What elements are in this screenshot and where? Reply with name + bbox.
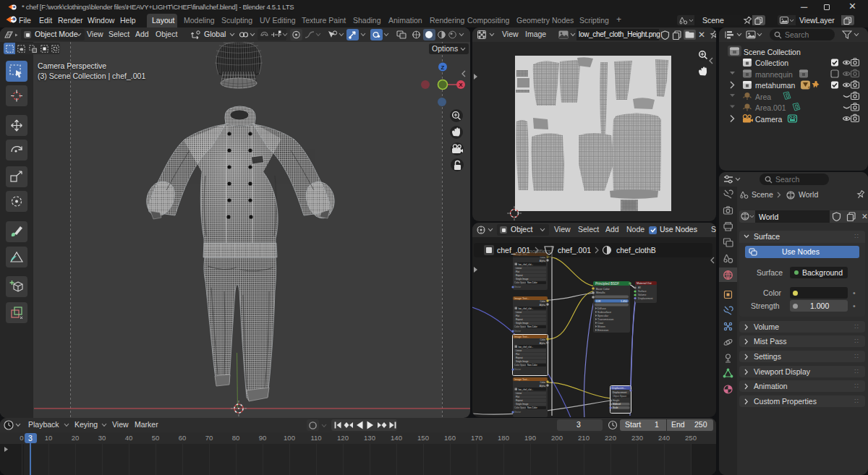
svg-text:0: 0 (20, 434, 23, 442)
svg-text:Repeat: Repeat (516, 318, 523, 321)
svg-text:Color Space: Color Space (514, 281, 527, 284)
svg-text:90: 90 (259, 434, 267, 442)
svg-text:Collection: Collection (755, 59, 788, 67)
svg-text:20: 20 (72, 434, 80, 442)
svg-text:Metallic: Metallic (596, 291, 605, 294)
svg-text:Alpha: Alpha (540, 304, 545, 307)
svg-text:Transmission: Transmission (597, 318, 613, 321)
svg-text:40: 40 (125, 434, 133, 442)
svg-text:Linear: Linear (516, 267, 522, 270)
svg-text:Linear: Linear (516, 311, 522, 314)
svg-text:Vector: Vector (514, 368, 522, 371)
svg-text:Volume: Volume (638, 294, 646, 296)
svg-text:Flat: Flat (516, 314, 519, 317)
svg-text:10: 10 (45, 434, 53, 442)
svg-text:Height: Height (613, 399, 619, 402)
svg-text:low_chef_clot...: low_chef_clot... (519, 346, 534, 348)
svg-text:Repeat: Repeat (516, 356, 523, 359)
svg-text:Vector: Vector (514, 330, 522, 333)
svg-text:Single Image: Single Image (516, 403, 529, 406)
svg-text:Color: Color (540, 338, 546, 341)
svg-text:Emission: Emission (597, 329, 608, 332)
svg-text:190: 190 (524, 434, 536, 442)
svg-text:Coat: Coat (597, 322, 604, 325)
svg-text:240: 240 (658, 434, 670, 442)
svg-text:Repeat: Repeat (516, 274, 523, 277)
svg-text:110: 110 (310, 434, 321, 442)
svg-text:Flat: Flat (516, 395, 519, 398)
svg-text:Alpha: Alpha (540, 342, 545, 345)
svg-text:Single Image: Single Image (516, 322, 529, 325)
svg-text:160: 160 (444, 434, 456, 442)
svg-text:Displacement: Displacement (638, 297, 653, 300)
svg-text:Scene Collection: Scene Collection (744, 48, 801, 56)
svg-text:Area.001: Area.001 (755, 103, 786, 112)
svg-text:Non-Color: Non-Color (527, 364, 537, 367)
svg-text:140: 140 (391, 434, 402, 442)
svg-text:metahuman: metahuman (755, 81, 796, 90)
svg-text:Non-Color: Non-Color (527, 281, 537, 284)
svg-text:Principled BSDF: Principled BSDF (595, 282, 619, 286)
svg-text:30: 30 (98, 434, 106, 442)
svg-text:low_chef_clot...: low_chef_clot... (519, 307, 534, 310)
svg-text:IOR: IOR (596, 300, 601, 303)
svg-text:100: 100 (284, 434, 295, 442)
svg-text:Alpha: Alpha (540, 260, 545, 262)
svg-text:Color Space: Color Space (514, 406, 527, 409)
svg-text:Single Image: Single Image (516, 360, 529, 363)
svg-text:Scale: Scale (613, 406, 618, 409)
svg-text:Color Space: Color Space (514, 325, 527, 328)
svg-text:Repeat: Repeat (516, 399, 523, 402)
svg-text:low_chef_clot...: low_chef_clot... (519, 388, 534, 391)
svg-text:210: 210 (578, 434, 590, 442)
svg-text:170: 170 (471, 434, 482, 442)
svg-text:Displacement: Displacement (613, 391, 626, 394)
svg-text:130: 130 (364, 434, 375, 442)
svg-text:Linear: Linear (516, 349, 522, 352)
svg-text:chef_clothB: chef_clothB (616, 246, 656, 254)
svg-text:mannequin: mannequin (755, 70, 793, 79)
svg-text:Diffuse: Diffuse (597, 307, 606, 310)
svg-text:Area: Area (755, 93, 771, 101)
svg-text:low_chef_clot...: low_chef_clot... (519, 263, 534, 266)
svg-text:Vector: Vector (514, 286, 522, 288)
svg-text:150: 150 (417, 434, 429, 442)
svg-text:Image Text...: Image Text... (514, 297, 529, 300)
svg-text:Displacem...: Displacem... (612, 387, 626, 390)
svg-text:Color: Color (540, 381, 546, 384)
svg-text:Color: Color (540, 300, 546, 303)
svg-text:Single Image: Single Image (516, 278, 529, 281)
svg-text:chef_.001: chef_.001 (558, 246, 591, 254)
svg-text:80: 80 (232, 434, 240, 442)
svg-text:All: All (638, 286, 641, 289)
svg-text:Specular: Specular (597, 314, 609, 317)
svg-text:Alpha: Alpha (540, 385, 545, 388)
svg-text:chef_.001: chef_.001 (497, 246, 530, 254)
svg-text:120: 120 (337, 434, 349, 442)
svg-text:Color Space: Color Space (514, 364, 527, 367)
svg-text:4: 4 (808, 85, 810, 90)
svg-text:Subsurface: Subsurface (597, 311, 611, 314)
svg-text:Non-Color: Non-Color (527, 325, 537, 328)
svg-text:Vector: Vector (514, 411, 522, 414)
svg-text:Sheen: Sheen (597, 325, 605, 328)
svg-text:180: 180 (498, 434, 509, 442)
svg-text:230: 230 (631, 434, 643, 442)
svg-text:Image Text...: Image Text... (514, 335, 529, 338)
svg-text:200: 200 (551, 434, 563, 442)
svg-text:Z: Z (441, 64, 445, 71)
svg-text:X: X (459, 82, 463, 88)
svg-text:Surface: Surface (638, 290, 647, 293)
svg-text:70: 70 (205, 434, 213, 442)
svg-text:1.450: 1.450 (621, 300, 627, 303)
svg-text:Linear: Linear (516, 392, 522, 395)
svg-text:Non-Color: Non-Color (527, 406, 537, 409)
svg-text:Image Text...: Image Text... (514, 378, 529, 381)
svg-text:220: 220 (605, 434, 616, 442)
svg-text:Base Color: Base Color (596, 288, 610, 291)
svg-text:250: 250 (685, 434, 697, 442)
svg-text:60: 60 (179, 434, 187, 442)
svg-text:50: 50 (152, 434, 160, 442)
svg-text:Object Space: Object Space (613, 395, 626, 398)
svg-text:Material Out: Material Out (637, 282, 652, 285)
